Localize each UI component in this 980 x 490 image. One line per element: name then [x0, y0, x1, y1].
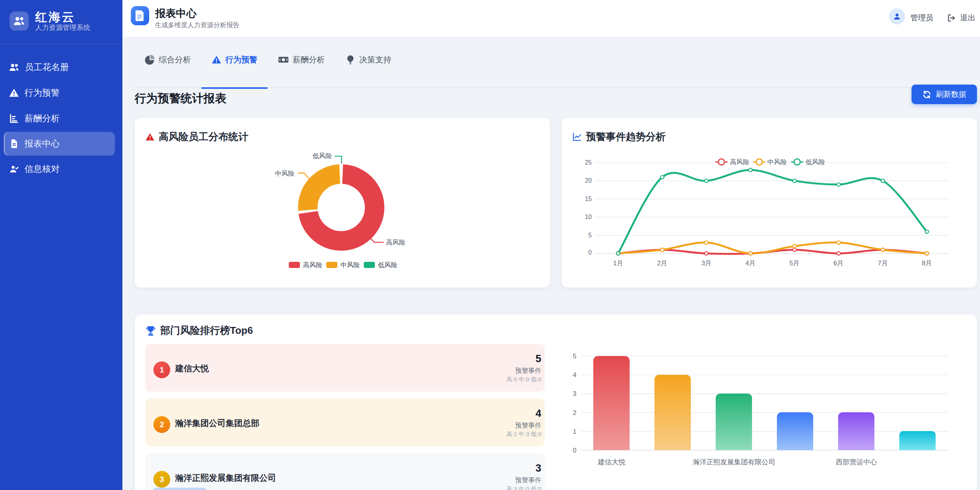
svg-text:2月: 2月	[657, 260, 667, 267]
svg-text:5: 5	[588, 232, 592, 238]
svg-text:中风险: 中风险	[767, 158, 787, 166]
svg-text:8月: 8月	[922, 260, 932, 267]
svg-text:建信大悦: 建信大悦	[597, 458, 625, 466]
svg-text:高风险: 高风险	[303, 261, 322, 269]
svg-text:4: 4	[573, 371, 576, 379]
svg-text:0: 0	[588, 249, 592, 256]
svg-text:15: 15	[585, 196, 592, 202]
svg-text:低风险: 低风险	[312, 152, 332, 160]
svg-text:高风险: 高风险	[730, 158, 749, 166]
svg-text:中风险: 中风险	[275, 170, 295, 177]
svg-text:5: 5	[573, 353, 576, 360]
svg-text:3: 3	[573, 390, 576, 397]
svg-text:瀚洋正熙发展集团有限公司: 瀚洋正熙发展集团有限公司	[693, 458, 775, 466]
svg-text:6月: 6月	[833, 260, 843, 267]
svg-text:10: 10	[585, 214, 592, 220]
svg-text:高风险: 高风险	[386, 239, 405, 246]
svg-text:5月: 5月	[790, 260, 799, 267]
svg-text:25: 25	[585, 159, 592, 166]
svg-text:中风险: 中风险	[340, 261, 360, 269]
svg-text:7月: 7月	[878, 260, 888, 267]
svg-text:0: 0	[573, 447, 576, 454]
svg-text:2: 2	[573, 409, 576, 416]
svg-text:低风险: 低风险	[805, 158, 825, 166]
svg-text:1月: 1月	[613, 260, 623, 267]
svg-text:西部营运中心: 西部营运中心	[836, 458, 877, 466]
svg-text:1: 1	[573, 428, 576, 435]
svg-text:20: 20	[585, 177, 592, 184]
svg-text:4月: 4月	[746, 260, 755, 267]
svg-text:3月: 3月	[702, 260, 711, 267]
svg-text:低风险: 低风险	[378, 261, 397, 269]
